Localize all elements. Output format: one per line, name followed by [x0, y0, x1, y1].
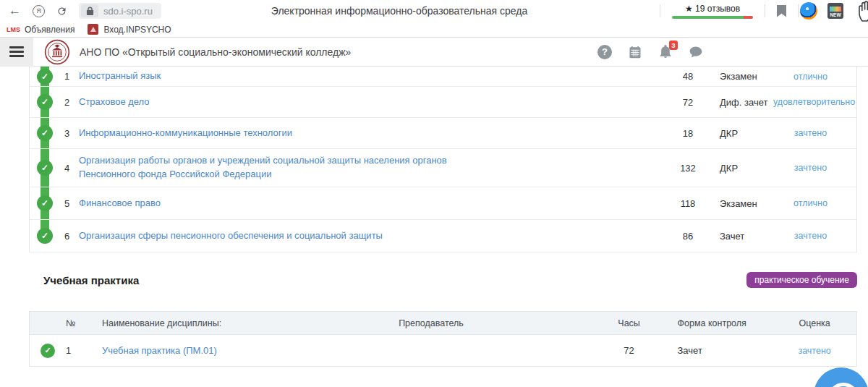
courses-table: ✓ 1 Иностранный язык 48 Экзамен отлично …: [29, 67, 857, 252]
bookmark-icon[interactable]: [777, 5, 786, 17]
course-link[interactable]: Финансовое право: [79, 197, 161, 208]
header-name: Наименование дисциплины:: [80, 318, 337, 328]
course-row: ✓ 2 Страховое дело 72 Диф. зачет удовлет…: [30, 87, 856, 118]
address-bar[interactable]: sdo.i-spo.ru: [79, 3, 161, 19]
notifications-icon[interactable]: 3: [658, 44, 673, 59]
header-teacher: Преподаватель: [337, 318, 524, 328]
lms-favicon: LMS: [7, 26, 20, 33]
profile-icon[interactable]: Я: [33, 5, 45, 17]
reviews-label: ★ 19 отзывов: [685, 4, 740, 14]
menu-button[interactable]: [0, 38, 33, 67]
course-link[interactable]: Информационно-коммуникационные технологи…: [79, 127, 292, 138]
grade-link[interactable]: отлично: [793, 198, 827, 208]
course-link[interactable]: Страховое дело: [79, 96, 150, 107]
grade-link[interactable]: зачтено: [794, 163, 827, 173]
course-row: ✓ 3 Информационно-коммуникационные техно…: [30, 118, 856, 149]
check-icon: ✓: [37, 69, 53, 85]
reviews-rating-bar: [672, 16, 753, 19]
course-link[interactable]: Организация сферы пенсионного обеспечени…: [79, 230, 383, 241]
course-form: Зачет: [710, 231, 773, 242]
course-link[interactable]: Организация работы органов и учреждений …: [79, 155, 447, 179]
section-title: Учебная практика: [43, 274, 139, 286]
grade-link[interactable]: зачтено: [798, 346, 830, 356]
star-icon: ★: [685, 4, 693, 14]
practice-form: Зачет: [658, 345, 773, 356]
course-row: ✓ 5 Финансовое право 118 Экзамен отлично: [30, 187, 856, 220]
grade-link[interactable]: зачтено: [794, 231, 827, 241]
page-title: Электронная информационно-образовательна…: [271, 5, 527, 17]
app-header: АНО ПО «Открытый социально-экономический…: [0, 38, 868, 67]
grade-link[interactable]: зачтено: [794, 128, 827, 138]
messages-icon[interactable]: [689, 45, 703, 59]
hamburger-icon: [9, 46, 24, 48]
check-icon: ✓: [37, 160, 53, 176]
course-form: ДКР: [710, 163, 773, 174]
practice-section-header: Учебная практика практическое обучение: [29, 272, 857, 288]
practice-link[interactable]: Учебная практика (ПМ.01): [102, 345, 217, 356]
header-grade: Оценка: [773, 318, 856, 328]
extension-icon[interactable]: [800, 2, 817, 20]
refresh-icon[interactable]: [56, 6, 67, 17]
college-name: АНО ПО «Открытый социально-экономический…: [80, 46, 351, 58]
check-icon: ✓: [37, 125, 53, 141]
bookmarks-bar: LMS Объявления Вход.INPSYCHO: [0, 22, 868, 38]
practice-number: 1: [66, 345, 80, 356]
divider: [798, 4, 799, 17]
browser-toolbar: ← Я sdo.i-spo.ru Электронная информацион…: [0, 0, 868, 22]
header-num: №: [66, 318, 80, 328]
toolbar-extensions: ★ 19 отзывов NEW: [660, 0, 868, 22]
new-extension-icon[interactable]: NEW: [827, 3, 843, 19]
header-hours: Часы: [600, 318, 658, 328]
grade-link[interactable]: отлично: [793, 72, 827, 82]
bookmark-item[interactable]: Объявления: [25, 25, 75, 35]
course-number: 5: [64, 198, 76, 209]
course-number: 6: [64, 231, 76, 242]
course-form: ДКР: [710, 128, 773, 139]
course-form: Экзамен: [710, 198, 773, 209]
course-form: Экзамен: [710, 71, 773, 82]
course-row: ✓ 1 Иностранный язык 48 Экзамен отлично: [30, 67, 856, 87]
divider: [765, 4, 765, 17]
url-text: sdo.i-spo.ru: [103, 6, 153, 17]
course-row: ✓ 4 Организация работы органов и учрежде…: [30, 149, 856, 187]
practice-hours: 72: [600, 345, 658, 356]
check-icon: ✓: [37, 94, 53, 110]
course-number: 3: [64, 128, 76, 139]
course-hours: 118: [666, 198, 710, 209]
practice-type-badge: практическое обучение: [746, 272, 857, 288]
course-link[interactable]: Иностранный язык: [79, 70, 161, 81]
calendar-icon[interactable]: [628, 45, 642, 59]
lock-icon[interactable]: [81, 4, 98, 17]
grade-link[interactable]: удовлетворительно: [773, 97, 855, 107]
chat-widget-button[interactable]: [814, 367, 868, 387]
new-badge-label: NEW: [830, 12, 841, 17]
check-icon: ✓: [37, 195, 53, 211]
college-logo[interactable]: [44, 39, 70, 65]
header-form: Форма контроля: [658, 318, 773, 328]
practice-table: № Наименование дисциплины: Преподаватель…: [29, 311, 857, 367]
back-icon[interactable]: ←: [9, 4, 21, 18]
course-hours: 132: [666, 163, 710, 174]
course-number: 1: [64, 71, 76, 82]
header-actions: ? 3: [597, 44, 703, 59]
inpsycho-favicon: [88, 24, 98, 35]
bookmark-item[interactable]: Вход.INPSYCHO: [103, 25, 171, 35]
course-form: Диф. зачет: [710, 97, 773, 108]
course-number: 4: [64, 163, 76, 174]
table-header-row: № Наименование дисциплины: Преподаватель…: [30, 312, 856, 335]
table-row: ✓ 1 Учебная практика (ПМ.01) 72 Зачет за…: [30, 335, 856, 366]
course-hours: 72: [666, 97, 710, 108]
check-icon: ✓: [41, 344, 55, 358]
notification-badge: 3: [669, 41, 678, 50]
course-hours: 48: [666, 71, 710, 82]
reviews-widget[interactable]: ★ 19 отзывов: [660, 4, 765, 19]
course-row: ✓ 6 Организация сферы пенсионного обеспе…: [30, 220, 856, 252]
course-number: 2: [64, 97, 76, 108]
course-hours: 18: [666, 128, 710, 139]
check-icon: ✓: [37, 228, 53, 244]
hand-icon[interactable]: [858, 0, 868, 22]
help-icon[interactable]: ?: [597, 45, 612, 59]
course-hours: 86: [666, 231, 710, 242]
